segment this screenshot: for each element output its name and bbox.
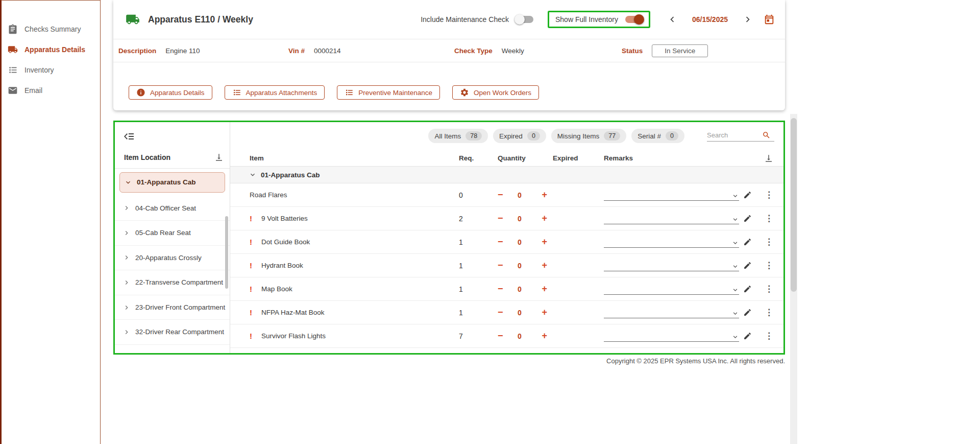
edit-remarks-icon[interactable]: [743, 308, 752, 317]
apparatus-info-row: Description Engine 110 Vin # 0000214 Che…: [113, 39, 785, 62]
required-quantity: 1: [453, 285, 498, 293]
status-badge[interactable]: In Service: [652, 44, 708, 57]
location-item-20-apparatus-crossly[interactable]: 20-Apparatus Crossly: [115, 246, 230, 271]
decrease-quantity-button[interactable]: [498, 190, 509, 200]
increase-quantity-button[interactable]: [542, 307, 553, 318]
next-date-button[interactable]: [742, 14, 753, 25]
scrollbar-thumb[interactable]: [791, 118, 797, 292]
quantity-value: 0: [509, 215, 531, 223]
filter-all-items[interactable]: All Items 78: [428, 129, 488, 143]
location-item-22-transverse-compartment[interactable]: 22-Transverse Compartment: [115, 270, 230, 295]
calendar-button[interactable]: [764, 14, 775, 25]
location-item-23-driver-front-compartment[interactable]: 23-Driver Front Compartment: [115, 295, 230, 320]
edit-remarks-icon[interactable]: [743, 238, 752, 246]
row-menu-button[interactable]: [765, 214, 773, 223]
vertical-align-icon[interactable]: [214, 153, 224, 162]
collapse-panel-icon: [123, 130, 135, 143]
increase-quantity-button[interactable]: [542, 190, 553, 200]
remarks-input[interactable]: [604, 283, 739, 295]
increase-quantity-button[interactable]: [542, 284, 553, 294]
location-scrollbar[interactable]: [225, 216, 228, 289]
edit-remarks-icon[interactable]: [743, 214, 752, 223]
include-maintenance-toggle[interactable]: [516, 16, 533, 23]
collapse-panel-button[interactable]: [123, 130, 135, 143]
location-item-05-cab-rear-seat[interactable]: 05-Cab Rear Seat: [115, 221, 230, 246]
row-menu-button[interactable]: [765, 332, 773, 340]
edit-remarks-icon[interactable]: [743, 285, 752, 293]
filters-row: All Items 78 Expired 0 Missing Items 77 …: [230, 122, 783, 143]
row-menu-button[interactable]: [765, 191, 773, 199]
edit-remarks-icon[interactable]: [743, 191, 752, 199]
quantity-value: 0: [509, 332, 531, 340]
apparatus-attachments-button[interactable]: Apparatus Attachments: [225, 85, 325, 100]
filter-count-badge: 0: [666, 131, 678, 141]
sidebar-item-inventory[interactable]: Inventory: [2, 60, 100, 80]
remarks-cell: [604, 189, 773, 201]
search-input[interactable]: [707, 131, 762, 139]
apparatus-details-button[interactable]: Apparatus Details: [129, 85, 212, 100]
sidebar-item-checks-summary[interactable]: Checks Summary: [2, 19, 100, 39]
increase-quantity-button[interactable]: [542, 260, 553, 271]
location-item-32-driver-rear-compartment[interactable]: 32-Driver Rear Compartment: [115, 320, 230, 345]
decrease-quantity-button[interactable]: [498, 331, 509, 341]
remarks-input[interactable]: [604, 260, 739, 271]
decrease-quantity-button[interactable]: [498, 237, 509, 247]
chevron-down-icon[interactable]: [731, 216, 739, 223]
quantity-value: 0: [509, 191, 531, 199]
open-work-orders-button[interactable]: Open Work Orders: [452, 85, 539, 100]
previous-date-button[interactable]: [667, 14, 678, 25]
decrease-quantity-button[interactable]: [498, 260, 509, 271]
search-box: [707, 131, 774, 142]
filter-expired[interactable]: Expired 0: [493, 129, 546, 143]
remarks-input[interactable]: [604, 236, 739, 248]
remarks-cell: [604, 283, 773, 295]
decrease-quantity-button[interactable]: [498, 284, 509, 294]
check-type-field: Check Type Weekly: [454, 47, 622, 55]
item-name: Map Book: [261, 285, 292, 293]
item-name: Road Flares: [250, 191, 287, 199]
chevron-down-icon[interactable]: [731, 310, 739, 317]
button-label: Preventive Maintenance: [358, 89, 432, 97]
remarks-cell: [604, 307, 773, 318]
row-menu-button[interactable]: [765, 238, 773, 246]
remarks-input[interactable]: [604, 307, 739, 318]
location-item-01-apparatus-cab[interactable]: 01-Apparatus Cab: [119, 172, 225, 193]
edit-remarks-icon[interactable]: [743, 261, 752, 270]
item-name: Dot Guide Book: [261, 238, 310, 246]
row-menu-button[interactable]: [765, 308, 773, 317]
sidebar-item-email[interactable]: Email: [2, 80, 100, 101]
required-quantity: 1: [453, 262, 498, 270]
item-cell: 9 Volt Batteries: [250, 214, 453, 223]
preventive-maintenance-button[interactable]: Preventive Maintenance: [337, 85, 440, 100]
chevron-down-icon[interactable]: [731, 192, 739, 200]
row-menu-button[interactable]: [765, 285, 773, 293]
location-label: 22-Transverse Compartment: [135, 278, 223, 287]
row-menu-button[interactable]: [765, 261, 773, 270]
group-header-01-apparatus-cab[interactable]: 01-Apparatus Cab: [230, 167, 783, 183]
remarks-input[interactable]: [604, 330, 739, 342]
required-quantity: 0: [453, 191, 498, 199]
filter-label: Serial #: [638, 132, 661, 140]
remarks-input[interactable]: [604, 189, 739, 201]
decrease-quantity-button[interactable]: [498, 307, 509, 318]
location-item-04-cab-officer-seat[interactable]: 04-Cab Officer Seat: [115, 196, 230, 221]
chevron-down-icon[interactable]: [731, 239, 739, 247]
decrease-quantity-button[interactable]: [498, 213, 509, 224]
item-cell: Map Book: [250, 285, 453, 293]
sidebar-item-apparatus-details[interactable]: Apparatus Details: [2, 39, 100, 60]
show-full-inventory-toggle[interactable]: [625, 16, 643, 23]
increase-quantity-button[interactable]: [542, 331, 553, 341]
edit-remarks-icon[interactable]: [743, 332, 752, 340]
increase-quantity-button[interactable]: [542, 213, 553, 224]
filter-missing-items[interactable]: Missing Items 77: [551, 129, 626, 143]
chevron-down-icon[interactable]: [731, 286, 739, 294]
filter-serial-number[interactable]: Serial # 0: [631, 129, 684, 143]
table-row: Survivor Flash Lights 7 0: [230, 324, 783, 348]
search-icon[interactable]: [762, 131, 771, 139]
remarks-input[interactable]: [604, 213, 739, 224]
vertical-align-icon[interactable]: [764, 154, 773, 163]
increase-quantity-button[interactable]: [542, 237, 553, 247]
chevron-down-icon[interactable]: [731, 263, 739, 270]
chevron-down-icon[interactable]: [731, 333, 739, 341]
chevron-right-icon: [122, 303, 131, 312]
